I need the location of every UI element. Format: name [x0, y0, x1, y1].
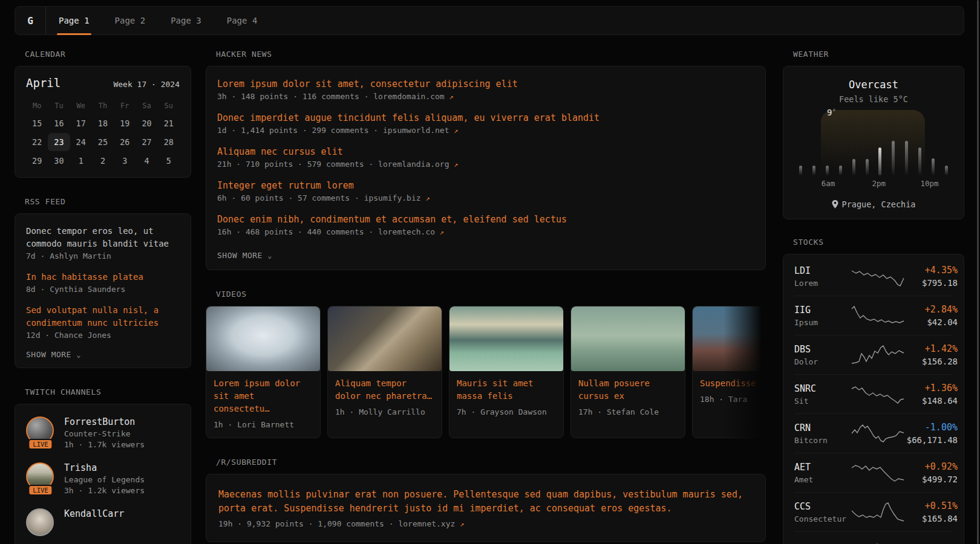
temp-bar [892, 141, 895, 175]
twitch-channels-widget: TWITCH CHANNELS LIVE ForrestBurton Count… [15, 387, 191, 544]
stock-sparkline [850, 461, 906, 484]
hn-item-title[interactable]: Aliquam nec cursus elit [217, 146, 754, 157]
temp-bar [839, 166, 842, 175]
external-link-icon[interactable]: ↗ [460, 520, 464, 528]
stock-row[interactable]: CRN Bitcorn -1.00% $66,171.48 [794, 413, 953, 453]
hn-item-title[interactable]: Integer eget rutrum lorem [217, 180, 754, 191]
rss-show-more-button[interactable]: SHOW MORE ⌄ [26, 350, 180, 359]
calendar-day: 21 [158, 114, 180, 132]
hn-item-title[interactable]: Lorem ipsum dolor sit amet, consectetur … [217, 79, 754, 89]
rss-item-title[interactable]: In hac habitasse platea [26, 271, 180, 283]
stock-change: +1.42% [906, 343, 958, 354]
stock-symbol: LDI [794, 265, 850, 276]
video-card[interactable]: Aliquam tempor dolor nec pharetra… 1h · … [327, 306, 442, 438]
external-link-icon[interactable]: ↗ [425, 194, 430, 202]
stock-row[interactable]: AHS +0.46% [794, 531, 953, 544]
stock-row[interactable]: SNRC Sit +1.36% $148.64 [794, 374, 953, 413]
vertical-scrollbar[interactable] [977, 0, 979, 544]
calendar-day: 30 [48, 152, 70, 170]
hn-item: Lorem ipsum dolor sit amet, consectetur … [217, 79, 754, 101]
stock-row[interactable]: DBS Dolor +1.42% $156.28 [794, 335, 953, 374]
tab-page-3[interactable]: Page 3 [158, 7, 214, 34]
hn-show-more-button[interactable]: SHOW MORE ⌄ [217, 251, 754, 260]
rss-item: Donec tempor eros leo, ut commodo mauris… [26, 225, 180, 261]
external-link-icon[interactable]: ↗ [440, 228, 444, 236]
calendar-day: 26 [114, 133, 136, 151]
stock-symbol: SNRC [794, 383, 850, 394]
twitch-channel-row[interactable]: KendallCarr [26, 508, 180, 537]
live-badge: LIVE [28, 439, 53, 450]
weather-hourly-chart: 9° [798, 117, 949, 175]
channel-name: Trisha [64, 462, 145, 473]
video-title: Suspendisse diam [700, 377, 766, 390]
stock-row[interactable]: CCS Consectetur +0.51% $165.84 [794, 492, 953, 531]
hn-item-title[interactable]: Donec imperdiet augue tincidunt felis al… [217, 112, 754, 123]
twitch-channel-row[interactable]: LIVE ForrestBurton Counter-Strike 1h · 1… [26, 416, 180, 449]
hn-item-domain[interactable]: loremdomain.com [373, 92, 444, 101]
twitch-channel-row[interactable]: LIVE Trisha League of Legends 3h · 1.2k … [26, 462, 180, 495]
stock-row[interactable]: LDI Lorem +4.35% $795.18 [794, 257, 953, 296]
weather-feels-like: Feels like 5°C [794, 94, 953, 104]
video-card[interactable]: Suspendisse diam 18h · Tara [692, 306, 766, 438]
stock-change: +4.35% [906, 265, 958, 276]
hn-item-title[interactable]: Donec enim nibh, condimentum et accumsan… [217, 214, 754, 225]
stock-sparkline [850, 540, 906, 544]
hn-item-domain[interactable]: ipsumworld.net [383, 126, 449, 135]
tab-page-2[interactable]: Page 2 [102, 7, 158, 34]
chevron-down-icon: ⌄ [267, 251, 272, 260]
stock-row[interactable]: IIG Ipsum +2.84% $42.04 [794, 296, 953, 335]
location-text: Prague, Czechia [842, 199, 916, 209]
video-card[interactable]: Nullam posuere cursus ex 17h · Stefan Co… [570, 306, 685, 438]
calendar-widget-title: CALENDAR [25, 50, 191, 59]
stock-name: Amet [794, 475, 850, 484]
app-logo[interactable]: G [15, 7, 45, 34]
external-link-icon[interactable]: ↗ [454, 126, 458, 135]
hacker-news-card: Lorem ipsum dolor sit amet, consectetur … [206, 66, 766, 270]
weather-widget-title: WEATHER [793, 50, 964, 59]
temperature-bars [798, 117, 949, 175]
tab-page-1[interactable]: Page 1 [46, 7, 102, 34]
hn-item: Integer eget rutrum lorem 6h · 60 points… [217, 180, 754, 202]
hn-item-domain[interactable]: loremlandia.org [378, 160, 449, 169]
video-card[interactable]: Mauris sit amet massa felis 7h · Grayson… [449, 306, 564, 438]
temp-bar [932, 158, 935, 175]
middle-column: HACKER NEWS Lorem ipsum dolor sit amet, … [206, 50, 766, 544]
hn-item-meta: 21h · 710 points · 579 comments · loreml… [217, 160, 754, 169]
subreddit-card: Maecenas mollis pulvinar erat non posuer… [206, 474, 766, 542]
stock-sparkline [850, 265, 906, 288]
channel-game: Counter-Strike [64, 429, 145, 438]
video-thumbnail [328, 306, 442, 371]
temp-bar-current [878, 147, 881, 175]
weekday-header: Fr [114, 98, 136, 114]
subreddit-widget: /R/SUBREDDIT Maecenas mollis pulvinar er… [206, 458, 766, 542]
video-card[interactable]: Lorem ipsum dolor sit amet consectetu… 1… [206, 306, 321, 438]
weather-card: Overcast Feels like 5°C 9° [783, 66, 964, 219]
stock-change: +2.84% [906, 304, 958, 315]
channel-viewers: 1h · 1.7k viewers [64, 440, 145, 449]
reddit-post-title[interactable]: Maecenas mollis pulvinar erat non posuer… [218, 488, 753, 516]
rss-item-title[interactable]: Donec tempor eros leo, ut commodo mauris… [26, 225, 180, 250]
tab-page-4[interactable]: Page 4 [214, 7, 270, 34]
reddit-post-meta: 19h · 9,932 points · 1,090 comments · lo… [218, 519, 753, 528]
external-link-icon[interactable]: ↗ [449, 92, 454, 101]
external-link-icon[interactable]: ↗ [454, 160, 458, 169]
temp-bar [852, 159, 855, 175]
video-title: Nullam posuere cursus ex [578, 377, 678, 403]
video-thumbnail [206, 306, 320, 371]
hn-item-domain[interactable]: ipsumify.biz [364, 193, 421, 202]
weekday-header: We [70, 98, 92, 114]
hn-item-domain[interactable]: loremtech.co [378, 227, 435, 236]
video-title: Mauris sit amet massa felis [457, 377, 556, 403]
rss-item-title[interactable]: Sed volutpat nulla nisl, a condimentum n… [26, 304, 180, 329]
calendar-day: 17 [70, 114, 92, 132]
rss-item-meta: 12d · Chance Jones [26, 331, 180, 340]
hn-item-meta: 3h · 148 points · 116 comments · loremdo… [217, 92, 754, 101]
hn-item: Donec imperdiet augue tincidunt felis al… [217, 112, 754, 135]
stock-row[interactable]: AET Amet +0.92% $499.72 [794, 453, 953, 492]
video-thumbnail [571, 306, 685, 371]
stock-sparkline [850, 422, 906, 445]
stock-change: +0.51% [906, 500, 958, 511]
stocks-widget-title: STOCKS [793, 238, 964, 247]
reddit-post-domain[interactable]: loremnet.xyz [398, 519, 455, 528]
calendar-day: 24 [70, 133, 92, 151]
